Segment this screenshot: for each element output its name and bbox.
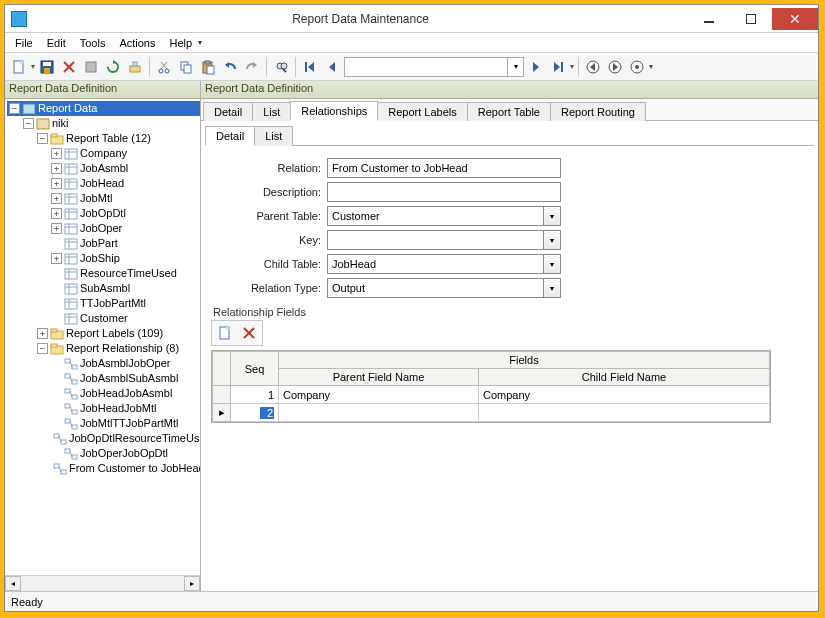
scroll-left-button[interactable]: ◂ xyxy=(5,576,21,591)
tree-niki[interactable]: − niki xyxy=(21,116,200,131)
collapse-icon[interactable]: − xyxy=(9,103,20,114)
tree-item[interactable]: JobAsmblSubAsmbl xyxy=(49,371,200,386)
chevron-down-icon[interactable]: ▾ xyxy=(507,58,523,76)
nav-prev-button[interactable] xyxy=(322,57,342,77)
key-select[interactable] xyxy=(327,230,543,250)
nav-next-button[interactable] xyxy=(526,57,546,77)
new-row-button[interactable] xyxy=(214,323,236,343)
expand-icon[interactable]: + xyxy=(37,328,48,339)
tree-item[interactable]: JobHeadJobMtl xyxy=(49,401,200,416)
clear-button[interactable] xyxy=(125,57,145,77)
relationship-fields-grid[interactable]: Seq Fields Parent Field Name Child Field… xyxy=(211,350,771,423)
new-dropdown-arrow[interactable]: ▾ xyxy=(31,62,35,71)
home-button[interactable] xyxy=(627,57,647,77)
delete-row-button[interactable] xyxy=(238,323,260,343)
nav-first-button[interactable] xyxy=(300,57,320,77)
expand-icon[interactable]: + xyxy=(51,193,62,204)
tree-view[interactable]: − Report Data − niki xyxy=(5,99,200,575)
cell-seq[interactable]: 1 xyxy=(231,386,279,404)
relation-field[interactable]: From Customer to JobHead xyxy=(327,158,561,178)
row-selector[interactable]: ▸ xyxy=(213,404,231,422)
scroll-right-button[interactable]: ▸ xyxy=(184,576,200,591)
forward-button[interactable] xyxy=(605,57,625,77)
menu-file[interactable]: File xyxy=(9,35,39,51)
expand-icon[interactable]: + xyxy=(51,223,62,234)
save-button[interactable] xyxy=(37,57,57,77)
cell-child[interactable]: Company xyxy=(479,386,770,404)
minimize-button[interactable] xyxy=(688,8,730,30)
expand-icon[interactable]: + xyxy=(51,178,62,189)
collapse-icon[interactable]: − xyxy=(23,118,34,129)
tree-item[interactable]: +Company xyxy=(49,146,200,161)
tree-item[interactable]: +JobShip xyxy=(49,251,200,266)
tree-item[interactable]: JobOperJobOpDtl xyxy=(49,446,200,461)
tab-list[interactable]: List xyxy=(252,102,291,121)
cell-seq-editing[interactable]: 2 xyxy=(231,404,279,422)
maximize-button[interactable] xyxy=(730,8,772,30)
tree-root[interactable]: − Report Data xyxy=(7,101,200,116)
tab-report-labels[interactable]: Report Labels xyxy=(377,102,468,121)
chevron-down-icon[interactable]: ▾ xyxy=(543,278,561,298)
tree-item[interactable]: Customer xyxy=(49,311,200,326)
relation-type-select[interactable]: Output xyxy=(327,278,543,298)
cell-child[interactable] xyxy=(479,404,770,422)
tree-item[interactable]: +JobAsmbl xyxy=(49,161,200,176)
find-button[interactable] xyxy=(271,57,291,77)
refresh-button[interactable] xyxy=(103,57,123,77)
tree-item[interactable]: TTJobPartMtl xyxy=(49,296,200,311)
nav-last-button[interactable] xyxy=(548,57,568,77)
paste-button[interactable] xyxy=(198,57,218,77)
tree-item[interactable]: +JobOper xyxy=(49,221,200,236)
tree-report-relationship[interactable]: −Report Relationship (8) xyxy=(35,341,200,356)
menu-actions[interactable]: Actions xyxy=(113,35,161,51)
tree-item[interactable]: JobMtlTTJobPartMtl xyxy=(49,416,200,431)
menu-help[interactable]: Help xyxy=(163,35,198,51)
col-seq[interactable]: Seq xyxy=(231,352,279,386)
cell-parent[interactable] xyxy=(279,404,479,422)
tree-item[interactable]: From Customer to JobHead xyxy=(49,461,200,476)
description-field[interactable] xyxy=(327,182,561,202)
menu-overflow-icon[interactable]: ▾ xyxy=(198,38,202,47)
col-child[interactable]: Child Field Name xyxy=(479,369,770,386)
tab-relationships[interactable]: Relationships xyxy=(290,101,378,121)
expand-icon[interactable]: + xyxy=(51,253,62,264)
nav-overflow-icon[interactable]: ▾ xyxy=(570,62,574,71)
parent-table-select[interactable]: Customer xyxy=(327,206,543,226)
col-parent[interactable]: Parent Field Name xyxy=(279,369,479,386)
back-button[interactable] xyxy=(583,57,603,77)
subtab-detail[interactable]: Detail xyxy=(205,126,255,146)
expand-icon[interactable]: + xyxy=(51,163,62,174)
undo-button[interactable] xyxy=(220,57,240,77)
tab-report-routing[interactable]: Report Routing xyxy=(550,102,646,121)
tree-item[interactable]: SubAsmbl xyxy=(49,281,200,296)
redo-button[interactable] xyxy=(242,57,262,77)
tree-item[interactable]: JobHeadJobAsmbl xyxy=(49,386,200,401)
table-row[interactable]: 1 Company Company xyxy=(213,386,770,404)
delete-button[interactable] xyxy=(59,57,79,77)
collapse-icon[interactable]: − xyxy=(37,343,48,354)
menu-edit[interactable]: Edit xyxy=(41,35,72,51)
row-selector[interactable] xyxy=(213,386,231,404)
tab-detail[interactable]: Detail xyxy=(203,102,253,121)
tree-item[interactable]: JobPart xyxy=(49,236,200,251)
chevron-down-icon[interactable]: ▾ xyxy=(543,206,561,226)
copy-button[interactable] xyxy=(176,57,196,77)
tree-item[interactable]: JobOpDtlResourceTimeUse xyxy=(49,431,200,446)
chevron-down-icon[interactable]: ▾ xyxy=(543,254,561,274)
table-row[interactable]: ▸ 2 xyxy=(213,404,770,422)
menu-tools[interactable]: Tools xyxy=(74,35,112,51)
collapse-icon[interactable]: − xyxy=(37,133,48,144)
tree-report-table[interactable]: − Report Table (12) xyxy=(35,131,200,146)
nav-combo[interactable]: ▾ xyxy=(344,57,524,77)
stop-button[interactable] xyxy=(81,57,101,77)
subtab-list[interactable]: List xyxy=(254,126,293,146)
expand-icon[interactable]: + xyxy=(51,148,62,159)
new-button[interactable] xyxy=(9,57,29,77)
expand-icon[interactable]: + xyxy=(51,208,62,219)
tree-item[interactable]: ResourceTimeUsed xyxy=(49,266,200,281)
tree-item[interactable]: +JobOpDtl xyxy=(49,206,200,221)
child-table-select[interactable]: JobHead xyxy=(327,254,543,274)
tree-report-labels[interactable]: +Report Labels (109) xyxy=(35,326,200,341)
close-button[interactable]: ✕ xyxy=(772,8,818,30)
tree-item[interactable]: JobAsmblJobOper xyxy=(49,356,200,371)
